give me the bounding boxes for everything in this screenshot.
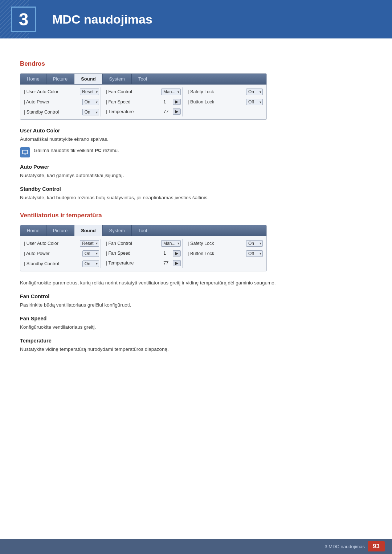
table-row: Temperature 77 ▶ [105, 259, 183, 267]
table-row: Standby Control On [23, 108, 101, 116]
value-fan-speed-2: 1 [163, 251, 171, 256]
main-content: Bendros Home Picture Sound System Tool U… [0, 38, 392, 378]
table-body-ventiliatorius: User Auto Color Reset Auto Power On Stan… [20, 236, 266, 271]
tab-system-2[interactable]: System [103, 225, 132, 236]
label-button-lock-1: Button Lock [188, 99, 245, 104]
label-temperature-2: Temperature [106, 260, 162, 266]
col2-ventiliatorius: Fan Control Man... Fan Speed 1 ▶ Tempera… [101, 239, 183, 268]
table-row: Fan Speed 1 ▶ [105, 249, 183, 258]
label-safety-lock-1: Safety Lock [188, 89, 245, 94]
dropdown-on-standby-2[interactable]: On [82, 260, 99, 267]
body-vent-intro: Konfigūruokite parametrus, kurių reikia … [20, 279, 372, 287]
table-row: Safety Lock On [186, 239, 264, 248]
table-row: Safety Lock On [186, 87, 264, 96]
col1-ventiliatorius: User Auto Color Reset Auto Power On Stan… [23, 239, 101, 268]
tab-tool-1[interactable]: Tool [132, 74, 154, 84]
tab-home-1[interactable]: Home [20, 74, 46, 84]
page-number: 93 [368, 541, 385, 551]
dropdown-on-standby-1[interactable]: On [82, 109, 99, 115]
ui-table-bendros: Home Picture Sound System Tool User Auto… [20, 73, 267, 120]
tab-home-2[interactable]: Home [20, 225, 46, 236]
table-row: Fan Control Man... [105, 239, 183, 248]
table-row: Fan Control Man... [105, 87, 183, 96]
dropdown-off-button-1[interactable]: Off [246, 99, 263, 105]
body-fan-speed: Konfigūruokite ventiliatoriaus greitį. [20, 324, 372, 331]
ui-table-ventiliatorius: Home Picture Sound System Tool User Auto… [20, 225, 267, 271]
label-standby-1: Standby Control [24, 110, 81, 115]
label-auto-power-1: Auto Power [24, 99, 81, 104]
value-temperature-1: 77 [163, 109, 171, 114]
sub-heading-user-auto-color: User Auto Color [20, 128, 372, 134]
sub-heading-auto-power: Auto Power [20, 164, 372, 170]
dropdown-on-safety-1[interactable]: On [246, 89, 263, 95]
body-temperature: Nustatykite vidinę temperatūrą nurodydam… [20, 346, 372, 353]
tab-system-1[interactable]: System [103, 74, 132, 84]
value-temperature-2: 77 [163, 260, 171, 266]
sub-heading-fan-speed: Fan Speed [20, 316, 372, 321]
tab-sound-1[interactable]: Sound [74, 74, 102, 84]
table-row: Button Lock Off [186, 249, 264, 258]
label-fan-control-2: Fan Control [106, 241, 160, 246]
label-auto-power-2: Auto Power [24, 251, 81, 256]
footer-label: 3 MDC naudojimas [325, 544, 365, 549]
tab-tool-2[interactable]: Tool [132, 225, 154, 236]
table-row: Auto Power On [23, 249, 101, 258]
chapter-number-box: 3 [11, 7, 44, 32]
dropdown-man-1[interactable]: Man... [161, 89, 181, 95]
dropdown-off-button-2[interactable]: Off [246, 250, 263, 257]
table-row: Button Lock Off [186, 98, 264, 106]
tab-bar-bendros: Home Picture Sound System Tool [20, 74, 266, 85]
dropdown-man-2[interactable]: Man... [161, 240, 181, 247]
dropdown-on-safety-2[interactable]: On [246, 240, 263, 247]
label-standby-2: Standby Control [24, 261, 81, 266]
dropdown-reset-2[interactable]: Reset [80, 240, 99, 247]
chapter-number: 3 [19, 9, 29, 29]
note-text-pc: Galima naudotis tik veikiant PC režimu. [34, 147, 119, 155]
body-user-auto-color: Automatiškai nustatykite ekrano spalvas. [20, 136, 372, 143]
dropdown-on-autopower-2[interactable]: On [82, 250, 99, 257]
body-auto-power: Nustatykite, kad gaminys automatiškai įs… [20, 172, 372, 180]
tab-sound-2[interactable]: Sound [74, 225, 102, 236]
dropdown-on-autopower-1[interactable]: On [82, 99, 99, 105]
sub-heading-standby: Standby Control [20, 186, 372, 192]
table-row: User Auto Color Reset [23, 239, 101, 248]
label-temperature-1: Temperature [106, 109, 162, 114]
table-row: Temperature 77 ▶ [105, 107, 183, 116]
table-body-bendros: User Auto Color Reset Auto Power On Stan… [20, 85, 266, 119]
svg-rect-2 [23, 150, 28, 154]
body-fan-control: Pasirinkite būdą ventiliatoriaus greičiu… [20, 301, 372, 309]
body-standby: Nustatykite, kad budėjimo režimas būtų s… [20, 194, 372, 202]
label-button-lock-2: Button Lock [188, 251, 245, 256]
table-row: Fan Speed 1 ▶ [105, 98, 183, 106]
tab-picture-2[interactable]: Picture [46, 225, 74, 236]
value-fan-speed-1: 1 [163, 99, 171, 104]
label-fan-speed-1: Fan Speed [106, 99, 162, 104]
arrow-btn-temperature-2[interactable]: ▶ [173, 260, 181, 266]
arrow-btn-fan-speed-2[interactable]: ▶ [173, 250, 181, 257]
note-icon [20, 147, 30, 157]
table-row: Auto Power On [23, 98, 101, 106]
arrow-btn-fan-speed-1[interactable]: ▶ [173, 99, 181, 105]
col2-bendros: Fan Control Man... Fan Speed 1 ▶ Tempera… [101, 87, 183, 116]
section-title-bendros: Bendros [20, 60, 372, 67]
table-row: User Auto Color Reset [23, 87, 101, 96]
section-title-ventiliatorius: Ventiliatorius ir temperatūra [20, 212, 372, 219]
col3-ventiliatorius: Safety Lock On Button Lock Off [182, 239, 264, 268]
chapter-title: MDC naudojimas [52, 12, 152, 26]
page-footer: 3 MDC naudojimas 93 [0, 539, 392, 554]
arrow-btn-temperature-1[interactable]: ▶ [173, 108, 181, 115]
page-header: 3 MDC naudojimas [0, 0, 392, 38]
label-user-auto-color-2: User Auto Color [24, 241, 78, 246]
table-row: Standby Control On [23, 259, 101, 268]
tab-bar-ventiliatorius: Home Picture Sound System Tool [20, 225, 266, 236]
tab-picture-1[interactable]: Picture [46, 74, 74, 84]
label-user-auto-color-1: User Auto Color [24, 89, 78, 94]
label-fan-control-1: Fan Control [106, 89, 160, 94]
label-safety-lock-2: Safety Lock [188, 241, 245, 246]
label-fan-speed-2: Fan Speed [106, 251, 162, 256]
sub-heading-temperature: Temperature [20, 338, 372, 344]
col1-bendros: User Auto Color Reset Auto Power On Stan… [23, 87, 101, 116]
note-box-pc: Galima naudotis tik veikiant PC režimu. [20, 147, 372, 157]
dropdown-reset-1[interactable]: Reset [80, 89, 99, 95]
col3-bendros: Safety Lock On Button Lock Off [182, 87, 264, 116]
